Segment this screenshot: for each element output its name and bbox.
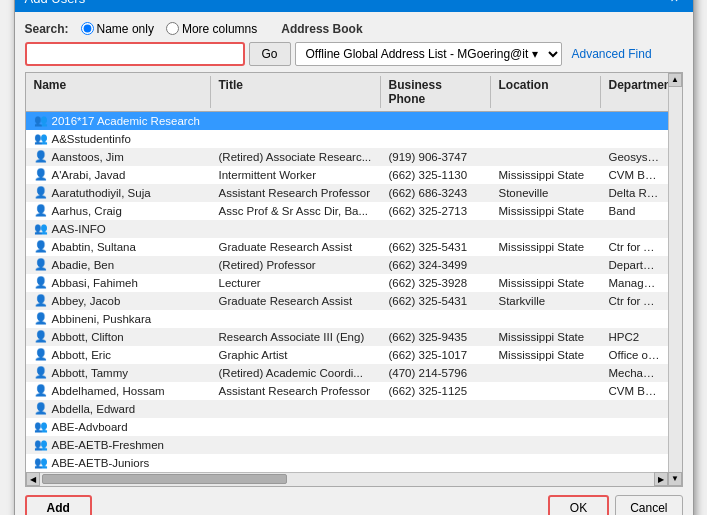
- address-book-dropdown[interactable]: Offline Global Address List - MGoering@i…: [295, 42, 562, 66]
- header-department: Department: [601, 76, 668, 108]
- row-location: [491, 228, 601, 230]
- row-title: Lecturer: [211, 276, 381, 290]
- row-location: [491, 408, 601, 410]
- row-department: [601, 138, 668, 140]
- row-title: [211, 426, 381, 428]
- row-name: Ababtin, Sultana: [52, 241, 136, 253]
- search-input[interactable]: [25, 42, 245, 66]
- add-button[interactable]: Add: [25, 495, 92, 516]
- h-scroll-thumb[interactable]: [42, 474, 288, 484]
- row-title: Assc Prof & Sr Assc Dir, Ba...: [211, 204, 381, 218]
- row-title: [211, 138, 381, 140]
- row-title: [211, 228, 381, 230]
- v-scroll-up-button[interactable]: ▲: [668, 73, 682, 87]
- person-icon: 👤: [34, 366, 48, 379]
- row-phone: (662) 325-2713: [381, 204, 491, 218]
- row-location: Mississippi State: [491, 276, 601, 290]
- row-title: (Retired) Associate Researc...: [211, 150, 381, 164]
- h-scroll-left-button[interactable]: ◀: [26, 472, 40, 486]
- row-phone: [381, 138, 491, 140]
- table-row[interactable]: 👤 Abbott, Tammy (Retired) Academic Coord…: [26, 364, 668, 382]
- row-location: Stoneville: [491, 186, 601, 200]
- row-department: Geosystems Re: [601, 150, 668, 164]
- search-label: Search:: [25, 22, 69, 36]
- table-row[interactable]: 👤 Aaratuthodiyil, Suja Assistant Researc…: [26, 184, 668, 202]
- row-name: Aaratuthodiyil, Suja: [52, 187, 151, 199]
- row-title: [211, 408, 381, 410]
- row-location: [491, 120, 601, 122]
- table-row[interactable]: 👥 ABE-Advboard: [26, 418, 668, 436]
- row-department: Ctr for Advance: [601, 240, 668, 254]
- radio-more-columns[interactable]: [166, 22, 179, 35]
- v-scroll-down-button[interactable]: ▼: [668, 472, 682, 486]
- table-row[interactable]: 👥 AAS-INFO: [26, 220, 668, 238]
- go-button[interactable]: Go: [249, 42, 291, 66]
- table-row[interactable]: 👤 Abbasi, Fahimeh Lecturer (662) 325-392…: [26, 274, 668, 292]
- row-title: [211, 462, 381, 464]
- row-department: HPC2: [601, 330, 668, 344]
- cancel-button[interactable]: Cancel: [615, 495, 682, 516]
- row-name: Abbott, Tammy: [52, 367, 129, 379]
- add-users-dialog: Add Users × Search: Name only More colum…: [14, 0, 694, 515]
- row-name: Aanstoos, Jim: [52, 151, 124, 163]
- table-row[interactable]: 👤 Abdella, Edward: [26, 400, 668, 418]
- header-phone: Business Phone: [381, 76, 491, 108]
- dialog-title: Add Users: [25, 0, 86, 6]
- h-scroll-right-button[interactable]: ▶: [654, 472, 668, 486]
- advanced-find-link[interactable]: Advanced Find: [572, 47, 652, 61]
- row-location: Starkville: [491, 294, 601, 308]
- row-name: ABE-AETB-Juniors: [52, 457, 150, 469]
- row-department: Delta Research: [601, 186, 668, 200]
- row-department: [601, 228, 668, 230]
- table-row[interactable]: 👤 Abdelhamed, Hossam Assistant Research …: [26, 382, 668, 400]
- vertical-scrollbar[interactable]: ▲ ▼: [668, 73, 682, 486]
- radio-name-only[interactable]: [81, 22, 94, 35]
- table-row[interactable]: 👤 A'Arabi, Javad Intermittent Worker (66…: [26, 166, 668, 184]
- row-department: CVM Basic Scie: [601, 384, 668, 398]
- table-row[interactable]: 👤 Ababtin, Sultana Graduate Research Ass…: [26, 238, 668, 256]
- radio-more-columns-label[interactable]: More columns: [166, 22, 257, 36]
- row-title: [211, 120, 381, 122]
- table-row[interactable]: 👥 2016*17 Academic Research: [26, 112, 668, 130]
- row-name: Abdelhamed, Hossam: [52, 385, 165, 397]
- row-phone: [381, 444, 491, 446]
- table-row[interactable]: 👤 Abadie, Ben (Retired) Professor (662) …: [26, 256, 668, 274]
- row-phone: (662) 686-3243: [381, 186, 491, 200]
- person-icon: 👤: [34, 258, 48, 271]
- dialog-body: Search: Name only More columns Address B…: [15, 12, 693, 516]
- table-row[interactable]: 👥 A&Sstudentinfo: [26, 130, 668, 148]
- row-title: Assistant Research Professor: [211, 384, 381, 398]
- row-name: Abbasi, Fahimeh: [52, 277, 138, 289]
- row-location: [491, 264, 601, 266]
- ok-button[interactable]: OK: [548, 495, 609, 516]
- row-department: [601, 444, 668, 446]
- table-row[interactable]: 👤 Abbey, Jacob Graduate Research Assist …: [26, 292, 668, 310]
- table-row[interactable]: 👤 Aanstoos, Jim (Retired) Associate Rese…: [26, 148, 668, 166]
- table-row[interactable]: 👥 ABE-AETB-Juniors: [26, 454, 668, 472]
- close-button[interactable]: ×: [666, 0, 682, 5]
- h-scroll-track[interactable]: [40, 474, 654, 484]
- radio-name-only-label[interactable]: Name only: [81, 22, 154, 36]
- row-location: Mississippi State: [491, 330, 601, 344]
- row-phone: (662) 325-5431: [381, 294, 491, 308]
- horizontal-scrollbar[interactable]: ◀ ▶: [26, 472, 668, 486]
- person-icon: 👤: [34, 402, 48, 415]
- header-location: Location: [491, 76, 601, 108]
- table-row[interactable]: 👥 ABE-AETB-Freshmen: [26, 436, 668, 454]
- row-location: [491, 426, 601, 428]
- table-row[interactable]: 👤 Abbott, Clifton Research Associate III…: [26, 328, 668, 346]
- group-icon: 👥: [34, 456, 48, 469]
- row-phone: [381, 462, 491, 464]
- row-department: CVM Basic Scie: [601, 168, 668, 182]
- row-phone: [381, 120, 491, 122]
- row-name: AAS-INFO: [52, 223, 106, 235]
- table-row[interactable]: 👤 Aarhus, Craig Assc Prof & Sr Assc Dir,…: [26, 202, 668, 220]
- row-location: Mississippi State: [491, 348, 601, 362]
- row-phone: [381, 426, 491, 428]
- row-phone: (470) 214-5796: [381, 366, 491, 380]
- table-row[interactable]: 👤 Abbott, Eric Graphic Artist (662) 325-…: [26, 346, 668, 364]
- person-icon: 👤: [34, 240, 48, 253]
- row-name: Abbey, Jacob: [52, 295, 121, 307]
- address-book-label: Address Book: [281, 22, 362, 36]
- table-row[interactable]: 👤 Abbineni, Pushkara: [26, 310, 668, 328]
